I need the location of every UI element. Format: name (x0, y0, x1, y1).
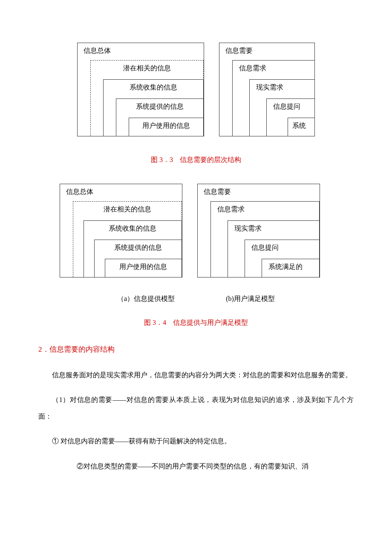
paragraph: 信息服务面对的是现实需求用户，信息需要的内容分为两大类：对信息的需要和对信息服务… (38, 367, 354, 383)
subcaption-b: (b)用户满足模型 (226, 295, 275, 304)
layer-label: 潜在相关的信息 (104, 205, 151, 214)
diagram-right-3-3: 信息需要 信息需求 现实需求 信息提问 系统 (219, 43, 315, 136)
section-heading: 2．信息需要的内容结构 (38, 344, 366, 354)
paragraph: ②对信息类型的需要——不同的用户需要不同类型的信息，有的需要知识、消 (77, 458, 354, 474)
subcaption-row: （a）信息提供模型 (b)用户满足模型 (26, 295, 366, 304)
layer-4: 系统满足的 (262, 259, 320, 277)
layer-label: 信息提问 (251, 243, 279, 252)
layer-label: 信息需求 (239, 64, 266, 73)
diagram-title: 信息总体 (84, 46, 111, 55)
layer-label: 信息需求 (217, 205, 245, 214)
layer-label: 系统满足的 (268, 263, 303, 272)
diagram-right-3-4: 信息需要 信息需求 现实需求 信息提问 系统满足的 (197, 184, 320, 278)
layer-4: 用户使用的信息 (129, 118, 204, 136)
layer-label: 现实需求 (234, 224, 262, 233)
diagram-title: 信息需要 (204, 188, 231, 197)
figure-caption-3-4: 图 3．4 信息提供与用户满足模型 (26, 318, 366, 327)
figure-caption-3-3: 图 3．3 信息需要的层次结构 (26, 156, 366, 165)
subcaption-a: （a）信息提供模型 (117, 295, 175, 304)
layer-label: 系统收集的信息 (130, 83, 177, 92)
layer-label: 系统提供的信息 (136, 102, 184, 111)
figure-3-3: 信息总体 潜在相关的信息 系统收集的信息 系统提供的信息 用户使用的信息 信息需… (26, 43, 366, 136)
layer-label: 潜在相关的信息 (123, 64, 171, 73)
diagram-title: 信息需要 (225, 46, 253, 55)
paragraph: ① 对信息内容的需要——获得有助于问题解决的特定信息。 (38, 433, 354, 449)
diagram-left-3-4: 信息总体 潜在相关的信息 系统收集的信息 系统提供的信息 用户使用的信息 (60, 184, 182, 278)
diagram-left-3-3: 信息总体 潜在相关的信息 系统收集的信息 系统提供的信息 用户使用的信息 (77, 43, 204, 136)
paragraph: （1）对信息的需要——对信息的需要从本质上说，表现为对信息知识的追求，涉及到如下… (38, 392, 354, 425)
layer-label: 用户使用的信息 (119, 263, 167, 272)
layer-label: 系统提供的信息 (114, 243, 162, 252)
layer-4: 系统 (288, 118, 315, 136)
diagram-title: 信息总体 (66, 188, 93, 197)
figure-3-4: 信息总体 潜在相关的信息 系统收集的信息 系统提供的信息 用户使用的信息 信息需… (13, 184, 366, 278)
layer-label: 系统收集的信息 (109, 224, 156, 233)
layer-label: 信息提问 (273, 102, 300, 111)
layer-4: 用户使用的信息 (105, 259, 182, 277)
layer-label: 系统 (292, 121, 306, 130)
layer-label: 现实需求 (256, 83, 283, 92)
layer-label: 用户使用的信息 (142, 121, 190, 130)
